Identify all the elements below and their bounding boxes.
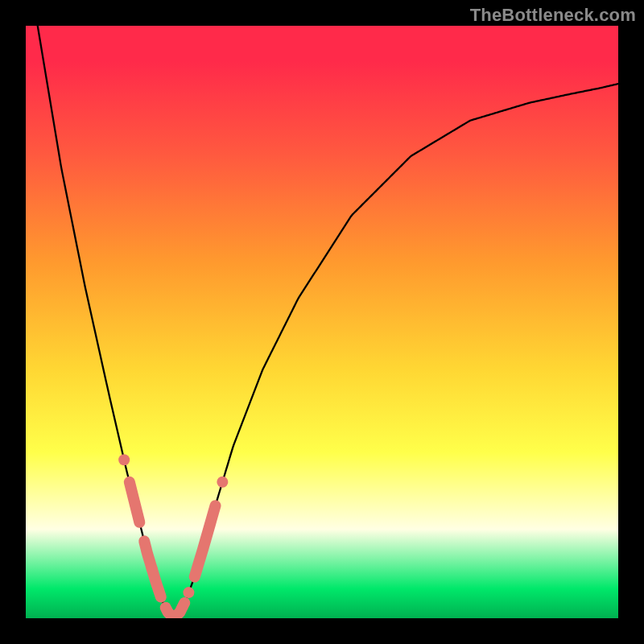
svg-point-3: [217, 477, 228, 488]
curve-markers: [26, 26, 618, 618]
marker-group: [118, 454, 228, 617]
plot-area: [26, 26, 618, 618]
svg-point-2: [183, 587, 194, 598]
svg-point-0: [118, 454, 130, 465]
svg-point-1: [147, 564, 158, 575]
watermark: TheBottleneck.com: [470, 5, 636, 26]
outer-frame: TheBottleneck.com: [0, 0, 644, 644]
